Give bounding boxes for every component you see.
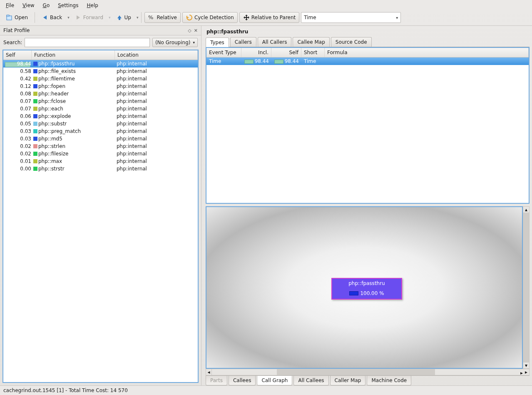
table-row[interactable]: 0.03php::md5php:internal bbox=[3, 135, 198, 142]
svg-rect-1 bbox=[7, 15, 9, 16]
tab-callees[interactable]: Callees bbox=[229, 376, 256, 385]
forward-button[interactable]: Forward bbox=[71, 12, 107, 23]
table-row[interactable]: 0.07php::fclosephp:internal bbox=[3, 98, 198, 105]
cell-func: php::fclose bbox=[32, 98, 116, 104]
types-row[interactable]: Time 98.44 98.44 Time bbox=[206, 58, 529, 65]
table-row[interactable]: 0.01php::maxphp:internal bbox=[3, 158, 198, 165]
table-row[interactable]: 98.44php::fpassthruphp:internal bbox=[3, 60, 198, 68]
cell-self: 0.03 bbox=[4, 128, 32, 134]
table-row[interactable]: 0.12php::fopenphp:internal bbox=[3, 82, 198, 90]
horizontal-scrollbar[interactable]: ◂ ▸ ▸ bbox=[206, 369, 530, 375]
tab-callers[interactable]: Callers bbox=[230, 37, 256, 47]
table-row[interactable]: 0.00php::strstrphp:internal bbox=[3, 165, 198, 172]
tab-callee-map[interactable]: Callee Map bbox=[293, 37, 329, 47]
chevron-down-icon: ▾ bbox=[396, 15, 398, 20]
types-self: 98.44 bbox=[271, 58, 301, 64]
scroll-thumb[interactable] bbox=[523, 212, 529, 362]
table-row[interactable]: 0.03php::preg_matchphp:internal bbox=[3, 128, 198, 135]
move-icon bbox=[243, 14, 250, 21]
scroll-right2-icon[interactable]: ▸ bbox=[523, 369, 529, 375]
forward-icon bbox=[75, 14, 82, 21]
scroll-down-icon[interactable]: ▾ bbox=[523, 362, 529, 368]
grouping-combo[interactable]: (No Grouping) ▾ bbox=[152, 38, 198, 47]
tab-source-code[interactable]: Source Code bbox=[331, 37, 372, 47]
color-swatch-icon bbox=[33, 144, 37, 148]
col-self2[interactable]: Self bbox=[271, 48, 301, 57]
tab-types[interactable]: Types bbox=[206, 38, 229, 47]
tab-parts[interactable]: Parts bbox=[206, 376, 227, 385]
col-self[interactable]: Self bbox=[3, 50, 32, 60]
tab-caller-map[interactable]: Caller Map bbox=[330, 376, 366, 385]
cell-loc: php:internal bbox=[116, 76, 197, 82]
table-row[interactable]: 0.05php::substrphp:internal bbox=[3, 120, 198, 128]
table-row[interactable]: 0.42php::filemtimephp:internal bbox=[3, 75, 198, 82]
back-label: Back bbox=[50, 15, 62, 20]
open-button[interactable]: Open bbox=[2, 12, 32, 23]
cell-loc: php:internal bbox=[116, 91, 197, 97]
menu-settings[interactable]: Settings bbox=[55, 1, 82, 10]
back-button[interactable]: Back bbox=[38, 12, 66, 23]
back-dropdown-icon[interactable]: ▾ bbox=[67, 15, 70, 20]
tab-machine-code[interactable]: Machine Code bbox=[367, 376, 411, 385]
up-dropdown-icon[interactable]: ▾ bbox=[137, 15, 139, 20]
table-row[interactable]: 0.06php::explodephp:internal bbox=[3, 112, 198, 120]
cell-self: 98.44 bbox=[4, 61, 32, 67]
col-formula[interactable]: Formula bbox=[325, 48, 529, 57]
color-swatch-icon bbox=[33, 107, 37, 111]
cycle-icon bbox=[186, 14, 193, 21]
toolbar: Open Back ▾ Forward ▾ Up ▾ % Relative Cy… bbox=[0, 11, 532, 26]
search-label: Search: bbox=[3, 40, 22, 45]
color-swatch-icon bbox=[33, 77, 37, 81]
cell-loc: php:internal bbox=[116, 98, 197, 104]
search-input[interactable] bbox=[25, 38, 150, 47]
table-row[interactable]: 0.02php::strlenphp:internal bbox=[3, 142, 198, 150]
cell-self: 0.08 bbox=[4, 91, 32, 97]
graph-node[interactable]: php::fpassthru 100.00 % bbox=[331, 278, 402, 300]
flat-profile-table[interactable]: Self Function Location 98.44php::fpassth… bbox=[2, 50, 199, 383]
col-function[interactable]: Function bbox=[32, 50, 115, 60]
vertical-scrollbar[interactable]: ▴ ▾ bbox=[523, 206, 530, 369]
cell-loc: php:internal bbox=[116, 68, 197, 74]
up-label: Up bbox=[124, 15, 131, 20]
cell-func: php::md5 bbox=[32, 136, 116, 142]
col-location[interactable]: Location bbox=[115, 50, 198, 60]
menu-help[interactable]: Help bbox=[83, 1, 101, 10]
tab-all-callers[interactable]: All Callers bbox=[258, 37, 292, 47]
svg-text:%: % bbox=[148, 14, 153, 20]
tab-all-callees[interactable]: All Callees bbox=[293, 376, 328, 385]
col-event-type[interactable]: Event Type bbox=[206, 48, 241, 57]
panel-float-icon[interactable]: ◇ bbox=[188, 28, 191, 33]
col-short[interactable]: Short bbox=[301, 48, 325, 57]
combo-value: Time bbox=[304, 15, 316, 20]
cell-self: 0.02 bbox=[4, 143, 32, 149]
call-graph[interactable]: php::fpassthru 100.00 % bbox=[206, 206, 523, 369]
table-row[interactable]: 0.08php::headerphp:internal bbox=[3, 90, 198, 98]
forward-dropdown-icon[interactable]: ▾ bbox=[109, 15, 111, 20]
panel-close-icon[interactable]: ✕ bbox=[194, 28, 198, 33]
function-detail-panel: php::fpassthru TypesCallersAll CallersCa… bbox=[201, 26, 532, 385]
open-icon bbox=[6, 14, 13, 21]
col-incl[interactable]: Incl. bbox=[241, 48, 271, 57]
table-row[interactable]: 0.58php::file_existsphp:internal bbox=[3, 68, 198, 75]
relative-button[interactable]: % Relative bbox=[144, 12, 180, 23]
scroll-up-icon[interactable]: ▴ bbox=[523, 207, 529, 212]
table-row[interactable]: 0.02php::filesizephp:internal bbox=[3, 150, 198, 158]
event-type-combo[interactable]: Time ▾ bbox=[301, 12, 401, 23]
up-button[interactable]: Up bbox=[112, 12, 135, 23]
relative-to-parent-button[interactable]: Relative to Parent bbox=[239, 12, 299, 23]
cycle-detection-button[interactable]: Cycle Detection bbox=[182, 12, 238, 23]
tab-call-graph[interactable]: Call Graph bbox=[257, 376, 292, 385]
percent-icon: % bbox=[148, 14, 155, 21]
cell-loc: php:internal bbox=[116, 128, 197, 134]
chevron-down-icon: ▾ bbox=[193, 40, 195, 45]
menu-file[interactable]: File bbox=[2, 1, 17, 10]
cell-func: php::strstr bbox=[32, 166, 116, 172]
main-split: Flat Profile ◇ ✕ Search: (No Grouping) ▾… bbox=[0, 26, 532, 385]
menu-go[interactable]: Go bbox=[40, 1, 53, 10]
scroll-thumb[interactable] bbox=[277, 369, 435, 375]
table-row[interactable]: 0.07php::eachphp:internal bbox=[3, 105, 198, 112]
menu-view[interactable]: View bbox=[19, 1, 37, 10]
types-incl: 98.44 bbox=[241, 58, 271, 64]
scroll-left-icon[interactable]: ◂ bbox=[206, 369, 212, 375]
cell-func: php::filesize bbox=[32, 151, 116, 157]
